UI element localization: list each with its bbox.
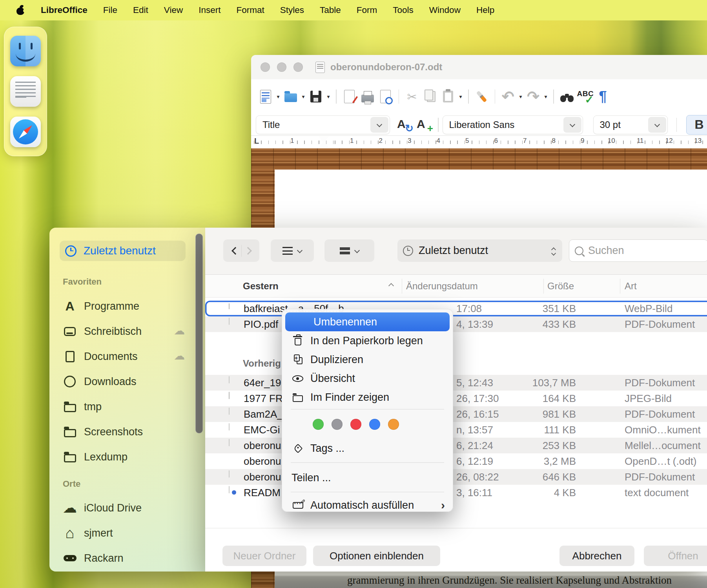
sidebar-item[interactable]: Rackarn — [49, 546, 205, 571]
sidebar-item[interactable]: Downloads — [49, 369, 205, 394]
sidebar-item[interactable]: Lexdump — [49, 444, 205, 469]
context-menu-item-share[interactable]: Teilen ... — [282, 468, 453, 487]
sidebar-item[interactable]: Documents ☁ — [49, 344, 205, 369]
cancel-button[interactable]: Abbrechen — [559, 546, 634, 566]
tag-color-dot[interactable] — [350, 419, 361, 430]
new-document-button[interactable] — [257, 88, 275, 105]
paragraph-style-combo[interactable]: Title — [256, 115, 390, 134]
sidebar-item-zuletzt-benutzt[interactable]: Zuletzt benutzt — [60, 241, 186, 261]
new-dropdown-arrow[interactable]: ▾ — [275, 93, 282, 100]
column-header-groesse[interactable]: Größe — [547, 275, 574, 298]
sidebar-item[interactable]: ☁ iCloud Drive — [49, 495, 205, 520]
grid-view-button[interactable] — [324, 239, 374, 262]
redo-dropdown-arrow[interactable]: ▾ — [542, 93, 549, 100]
apple-menu-icon[interactable] — [16, 5, 25, 15]
save-button[interactable] — [307, 88, 325, 105]
size-combo-button[interactable] — [648, 117, 666, 133]
tag-color-dot[interactable] — [332, 419, 343, 430]
update-style-button[interactable]: A ↻ — [395, 116, 414, 134]
new-style-button[interactable]: A + — [414, 116, 434, 134]
file-row[interactable]: EMC-Gi n, 13:57 111 KB OmniO…kument — [205, 422, 707, 438]
location-popup[interactable]: Zuletzt benutzt — [397, 239, 562, 262]
forward-button[interactable] — [245, 247, 252, 254]
column-header-art[interactable]: Art — [625, 275, 637, 298]
file-row[interactable]: oberonu 6, 12:19 3,2 MB OpenD…t (.odt) — [205, 453, 707, 469]
sidebar-scrollbar[interactable] — [195, 234, 203, 433]
show-options-button[interactable]: Optionen einblenden — [313, 546, 440, 566]
style-combo-button[interactable] — [370, 117, 388, 133]
file-row[interactable]: Bam2A_ 26, 16:15 981 KB PDF-Dokument — [205, 406, 707, 422]
file-row[interactable]: PIO.pdf 4, 13:39 433 KB PDF-Dokument — [205, 316, 707, 332]
sidebar-item[interactable]: Schreibtisch ☁ — [49, 319, 205, 344]
clone-formatting-button[interactable] — [473, 88, 491, 105]
menubar-item[interactable]: Insert — [199, 5, 220, 15]
open-file-button[interactable] — [282, 88, 300, 105]
context-menu-item-tags[interactable]: Tags ... — [282, 439, 453, 458]
undo-button[interactable]: ↶ — [499, 88, 517, 105]
context-menu-item[interactable]: Umbenennen — [285, 312, 450, 331]
tag-color-dot[interactable] — [369, 419, 380, 430]
menubar-item[interactable]: Tools — [393, 5, 414, 15]
context-menu-item[interactable]: Duplizieren — [282, 350, 453, 369]
export-pdf-button[interactable] — [341, 88, 359, 105]
tag-color-dot[interactable] — [388, 419, 399, 430]
sidebar-item[interactable]: ⌂ sjmert — [49, 520, 205, 546]
file-row[interactable]: oberonu 6, 21:24 253 KB Mellel…ocument — [205, 438, 707, 453]
menubar-item[interactable]: Table — [320, 5, 341, 15]
file-row[interactable]: 64er_19 5, 12:43 103,7 MB PDF-Dokument — [205, 375, 707, 391]
menubar-item[interactable]: Help — [476, 5, 494, 15]
font-name-combo[interactable]: Liberation Sans — [443, 115, 583, 134]
menubar-item[interactable]: LibreOffice — [41, 5, 87, 15]
menubar-item[interactable]: Styles — [280, 5, 304, 15]
dock-safari-icon[interactable] — [10, 117, 41, 147]
sort-ascending-icon[interactable] — [389, 284, 394, 289]
close-window-button[interactable] — [261, 62, 270, 72]
column-header-aenderungsdatum[interactable]: Änderungsdatum — [406, 275, 478, 298]
context-menu-item[interactable]: Im Finder zeigen — [282, 388, 453, 407]
file-row[interactable]: bafkreiast…a…50f…b 17:08 351 KB WebP-Bil… — [205, 301, 707, 316]
context-menu-item[interactable]: In den Papierkorb legen — [282, 331, 453, 350]
menubar-item[interactable]: Edit — [133, 5, 148, 15]
cut-button[interactable]: ✂ — [403, 88, 421, 105]
open-dropdown-arrow[interactable]: ▾ — [300, 93, 307, 100]
file-row[interactable]: oberonu 26, 08:22 646 KB PDF-Dokument — [205, 469, 707, 485]
paste-dropdown-arrow[interactable]: ▾ — [457, 93, 464, 100]
list-view-button[interactable] — [271, 239, 314, 262]
ruler-margin-marker[interactable] — [319, 136, 329, 148]
ruler-tab-selector[interactable]: L — [254, 137, 259, 146]
tag-color-dot[interactable] — [313, 419, 324, 430]
column-header-gestern[interactable]: Gestern — [243, 275, 279, 298]
bold-button[interactable]: B — [686, 115, 707, 135]
redo-button[interactable]: ↷ — [524, 88, 542, 105]
menubar-item[interactable]: Form — [357, 5, 377, 15]
file-row[interactable]: READM 3, 16:11 4 KB text document — [205, 485, 707, 500]
font-size-combo[interactable]: 30 pt — [593, 115, 668, 134]
sidebar-item[interactable]: Screenshots — [49, 419, 205, 444]
dock-finder-icon[interactable] — [10, 36, 41, 66]
paste-button[interactable] — [439, 88, 457, 105]
menubar-item[interactable]: File — [103, 5, 117, 15]
formatting-marks-button[interactable]: ¶ — [594, 88, 612, 105]
open-button[interactable]: Öffnen — [644, 546, 707, 566]
file-row[interactable]: 1977 FR 26, 17:30 164 KB JPEG-Bild — [205, 391, 707, 406]
save-dropdown-arrow[interactable]: ▾ — [325, 93, 332, 100]
undo-dropdown-arrow[interactable]: ▾ — [517, 93, 524, 100]
minimize-window-button[interactable] — [277, 62, 286, 72]
font-combo-button[interactable] — [563, 117, 581, 133]
spellcheck-button[interactable]: ABC ✓ — [576, 88, 594, 105]
context-menu-item[interactable]: Übersicht — [282, 369, 453, 388]
new-folder-button[interactable]: Neuer Ordner — [222, 546, 306, 566]
print-button[interactable] — [359, 88, 377, 105]
sidebar-item[interactable]: tmp — [49, 394, 205, 419]
find-replace-button[interactable] — [558, 88, 576, 105]
menubar-item[interactable]: Format — [236, 5, 264, 15]
menubar-item[interactable]: Window — [429, 5, 461, 15]
menubar-item[interactable]: View — [164, 5, 183, 15]
back-button[interactable] — [231, 247, 238, 254]
sidebar-item[interactable]: A Programme — [49, 294, 205, 319]
search-input[interactable] — [587, 244, 687, 257]
copy-button[interactable] — [421, 88, 439, 105]
context-menu-item-autofill[interactable]: Automatisch ausfüllen › — [282, 496, 453, 515]
zoom-window-button[interactable] — [293, 62, 303, 72]
dock-document-icon[interactable] — [10, 76, 41, 107]
